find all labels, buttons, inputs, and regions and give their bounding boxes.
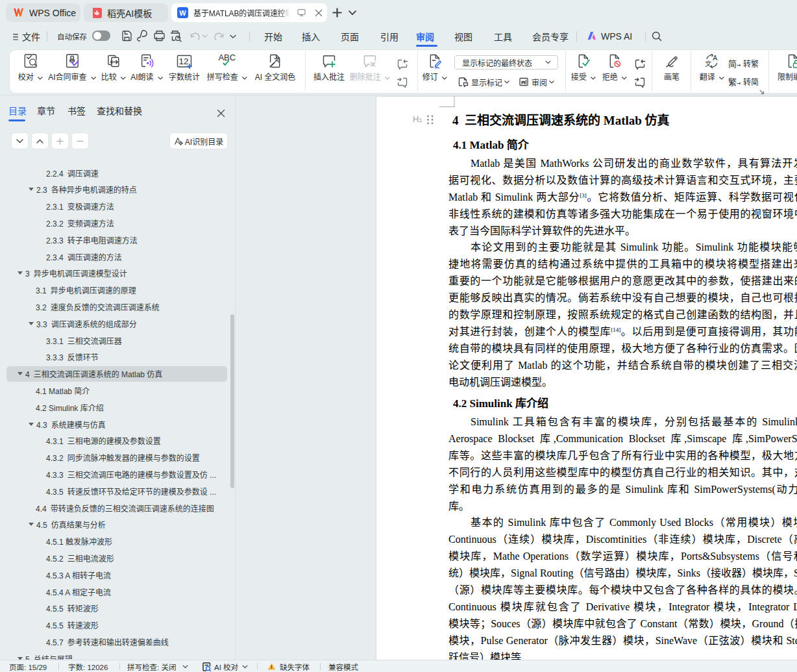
- svg-text:文: 文: [705, 60, 712, 68]
- svg-text:A: A: [713, 54, 717, 62]
- svg-text:W: W: [179, 9, 186, 17]
- svg-text:12: 12: [178, 56, 188, 66]
- svg-text:ABC: ABC: [219, 53, 236, 62]
